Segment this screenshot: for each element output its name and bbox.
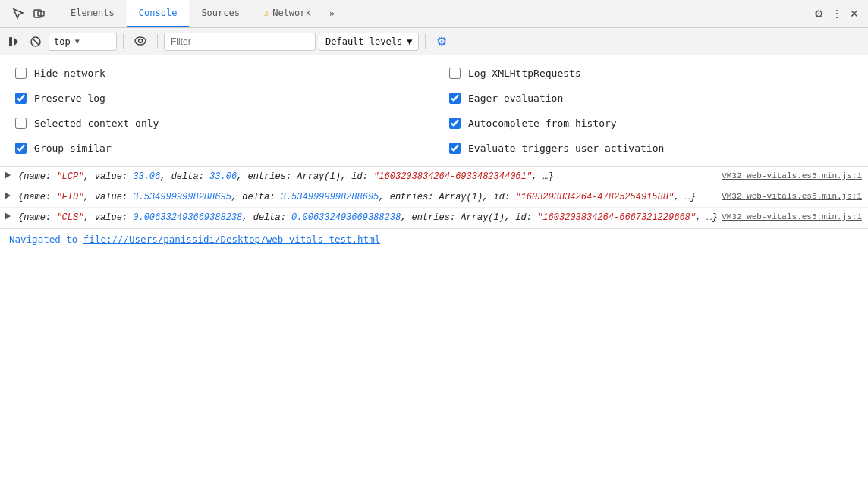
toolbar-divider2 [157,34,158,49]
expand-triangle-icon[interactable] [5,212,11,220]
log-entry: VM32 web-vitals.es5.min.js:1{name: "LCP"… [0,167,868,187]
checkbox-row-eager-eval: Eager evaluation [449,89,853,107]
tab-console[interactable]: Console [127,0,190,27]
devtools-icons [3,0,55,27]
log-part: {name: [18,192,56,203]
levels-arrow-icon: ▼ [407,36,412,47]
checkbox-label-eval-triggers: Evaluate triggers user activation [468,143,664,154]
tab-more-button[interactable]: » [323,0,341,27]
log-part: 3.5349999998288695 [281,192,379,203]
log-part: , entries: Array(1), id: [379,192,515,203]
log-part: , entries: [237,171,297,182]
log-entry: VM32 web-vitals.es5.min.js:1{name: "FID"… [0,187,868,208]
checkbox-row-log-xmlhttp: Log XMLHttpRequests [449,64,853,82]
checkbox-label-eager-eval: Eager evaluation [468,93,563,104]
console-output: VM32 web-vitals.es5.min.js:1{name: "LCP"… [0,167,868,228]
log-part: , …} [532,171,554,182]
settings-panel: Hide networkLog XMLHttpRequestsPreserve … [0,55,868,167]
block-icon[interactable] [26,33,46,50]
tab-sources[interactable]: Sources [189,0,252,27]
source-link[interactable]: VM32 web-vitals.es5.min.js:1 [722,170,862,183]
context-selector[interactable]: top ▼ [49,33,117,51]
log-part: "FID" [56,192,83,203]
device-icon[interactable] [30,5,49,23]
settings-icon[interactable]: ⚙ [811,5,827,23]
checkbox-row-hide-network: Hide network [15,64,419,82]
more-options-icon[interactable]: ⋮ [829,5,845,23]
log-part: , …} [674,192,696,203]
network-warning-icon: ⚠ [264,8,269,18]
checkbox-label-autocomplete: Autocomplete from history [468,118,617,129]
toolbar-divider3 [425,34,426,49]
checkbox-row-group-similar: Group similar [15,140,419,157]
cursor-icon[interactable] [9,5,27,23]
expand-triangle-icon[interactable] [5,171,11,179]
log-part: "1603203834264-6933482344061" [373,171,532,182]
log-part: , value: [83,212,133,223]
checkbox-log-xmlhttp[interactable] [449,68,461,79]
tab-elements[interactable]: Elements [58,0,127,27]
eye-icon[interactable] [130,33,151,50]
toolbar-divider [123,34,124,49]
tab-network[interactable]: ⚠ Network [252,0,323,27]
navigation-url[interactable]: file:///Users/panissidi/Desktop/web-vita… [83,234,380,245]
checkbox-autocomplete[interactable] [449,118,461,129]
svg-line-5 [33,38,39,45]
log-part: , value: [83,192,133,203]
checkbox-hide-network[interactable] [15,68,27,79]
checkbox-selected-ctx[interactable] [15,118,27,129]
checkbox-label-group-similar: Group similar [34,143,112,154]
context-arrow-icon: ▼ [75,37,80,46]
log-part: 0.006332493669388238 [133,212,242,223]
log-part: Array(1) [297,171,341,182]
source-link[interactable]: VM32 web-vitals.es5.min.js:1 [722,211,862,224]
log-part: , …} [696,212,718,223]
filter-input[interactable] [164,33,316,51]
checkbox-row-autocomplete: Autocomplete from history [449,115,853,132]
default-levels-dropdown[interactable]: Default levels ▼ [319,33,419,51]
checkbox-eval-triggers[interactable] [449,143,461,154]
log-part: 33.06 [209,171,237,182]
tab-bar: Elements Console Sources ⚠ Network » ⚙ ⋮… [0,0,868,28]
svg-rect-2 [9,37,12,46]
svg-marker-3 [14,37,18,46]
play-icon[interactable] [5,34,23,49]
console-toolbar: top ▼ Default levels ▼ ⚙ [0,28,868,55]
log-part: 33.06 [133,171,160,182]
log-part: , delta: [231,192,281,203]
checkbox-eager-eval[interactable] [449,93,461,104]
settings-blue-icon[interactable]: ⚙ [436,34,447,49]
log-part: , id: [341,171,373,182]
log-part: 0.006332493669388238 [291,212,401,223]
checkbox-row-selected-ctx: Selected context only [15,115,419,132]
close-icon[interactable]: ✕ [847,5,862,23]
checkbox-label-log-xmlhttp: Log XMLHttpRequests [468,68,581,79]
navigated-label: Navigated to [9,234,77,245]
svg-point-6 [135,37,146,45]
checkbox-label-selected-ctx: Selected context only [34,118,159,129]
checkbox-row-preserve-log: Preserve log [15,89,419,107]
checkbox-row-eval-triggers: Evaluate triggers user activation [449,140,853,157]
log-part: "LCP" [56,171,83,182]
log-part: {name: [18,212,56,223]
checkbox-preserve-log[interactable] [15,93,27,104]
expand-triangle-icon[interactable] [5,192,11,199]
checkbox-label-preserve-log: Preserve log [34,93,105,104]
checkbox-label-hide-network: Hide network [34,68,105,79]
log-part: {name: [18,171,56,182]
tab-bar-right-icons: ⚙ ⋮ ✕ [811,5,865,23]
log-part: , delta: [242,212,291,223]
log-part: "1603203834264-4782525491588" [515,192,674,203]
source-link[interactable]: VM32 web-vitals.es5.min.js:1 [722,190,862,203]
tab-list: Elements Console Sources ⚠ Network » [58,0,341,27]
log-part: "CLS" [56,212,83,223]
log-part: , delta: [160,171,209,182]
checkbox-group-similar[interactable] [15,143,27,154]
log-entry: VM32 web-vitals.es5.min.js:1{name: "CLS"… [0,208,868,228]
log-part: "1603203834264-6667321229668" [537,212,696,223]
log-part: , entries: Array(1), id: [401,212,537,223]
log-part: , value: [83,171,133,182]
svg-point-7 [139,39,143,43]
navigation-bar: Navigated to file:///Users/panissidi/Des… [0,228,868,250]
log-part: 3.5349999998288695 [133,192,231,203]
